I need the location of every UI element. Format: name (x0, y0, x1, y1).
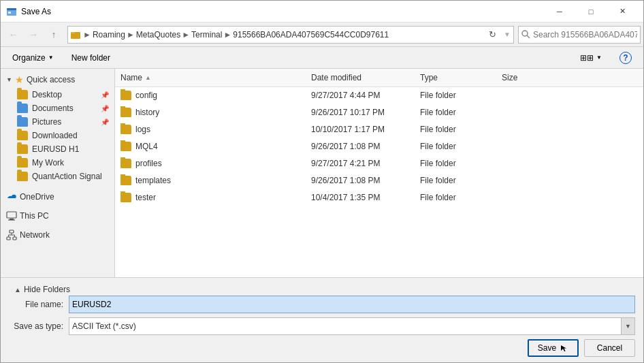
filetype-dropdown-arrow[interactable]: ▼ (621, 318, 634, 334)
file-row-templates[interactable]: templates 9/26/2017 1:08 PM File folder (115, 172, 643, 189)
file-row-profiles[interactable]: profiles 9/27/2017 4:21 PM File folder (115, 155, 643, 172)
eurusd-folder-icon (17, 144, 28, 154)
sidebar-network-item[interactable]: Network (1, 227, 114, 243)
toolbar: Organize ▼ New folder ⊞⊞ ▼ ? (1, 47, 643, 69)
filename-input-container[interactable] (69, 296, 635, 313)
sidebar: ▼ ★ Quick access Desktop 📌 Documents 📌 (1, 69, 115, 277)
filetype-row: Save as type: ASCII Text (*.csv) ▼ (9, 317, 635, 335)
maximize-button[interactable]: □ (575, 1, 607, 22)
back-button[interactable]: ← (3, 25, 22, 44)
help-button[interactable]: ? (613, 49, 638, 67)
profiles-folder-icon (120, 159, 131, 168)
bottom-section: ▲ Hide Folders File name: Save as type: … (1, 277, 643, 362)
save-as-dialog: Save As ─ □ ✕ ← → ↑ ► Roaming ► MetaQuot… (0, 0, 644, 363)
mywork-folder-icon (17, 158, 28, 168)
hide-folders-row[interactable]: ▲ Hide Folders (9, 283, 635, 296)
refresh-button[interactable]: ↻ (485, 27, 500, 42)
file-row-logs[interactable]: logs 10/10/2017 1:17 PM File folder (115, 121, 643, 138)
sort-arrow-icon: ▲ (145, 74, 151, 81)
pin-icon-documents: 📌 (101, 105, 109, 112)
organize-button[interactable]: Organize ▼ (6, 50, 60, 65)
close-button[interactable]: ✕ (607, 1, 638, 22)
filetype-select-container[interactable]: ASCII Text (*.csv) ▼ (69, 317, 635, 335)
search-box[interactable] (518, 26, 641, 44)
logs-folder-icon (120, 125, 131, 134)
filename-input[interactable] (72, 300, 632, 309)
title-bar: Save As ─ □ ✕ (1, 1, 643, 22)
svg-line-6 (527, 35, 530, 38)
hide-folders-label: Hide Folders (24, 285, 70, 294)
sidebar-item-eurusd-h1[interactable]: EURUSD H1 (1, 142, 114, 156)
up-button[interactable]: ↑ (44, 25, 63, 44)
svg-rect-1 (7, 8, 16, 10)
svg-rect-7 (7, 212, 16, 218)
desktop-folder-icon (17, 90, 28, 99)
sidebar-onedrive-item[interactable]: OneDrive (1, 189, 114, 205)
sidebar-item-documents[interactable]: Documents 📌 (1, 101, 114, 115)
col-header-type[interactable]: Type (415, 72, 496, 84)
file-row-history[interactable]: history 9/26/2017 10:17 PM File folder (115, 104, 643, 121)
dropdown-arrow-address: ▼ (504, 31, 511, 38)
quick-access-label: Quick access (27, 75, 75, 84)
svg-rect-11 (7, 237, 10, 240)
view-button[interactable]: ⊞⊞ ▼ (574, 50, 608, 65)
col-header-name[interactable]: Name ▲ (115, 72, 306, 84)
sidebar-item-desktop[interactable]: Desktop 📌 (1, 88, 114, 101)
cancel-button[interactable]: Cancel (584, 339, 635, 357)
sidebar-item-my-work[interactable]: My Work (1, 156, 114, 170)
col-header-size[interactable]: Size (496, 72, 564, 84)
search-input[interactable] (533, 30, 637, 40)
pin-icon-desktop: 📌 (101, 91, 109, 99)
sidebar-item-pictures[interactable]: Pictures 📌 (1, 115, 114, 129)
network-icon (6, 230, 17, 240)
search-icon (521, 30, 530, 39)
downloaded-icon (17, 131, 28, 140)
svg-rect-10 (10, 230, 14, 233)
documents-icon (17, 104, 28, 113)
save-cursor-icon (559, 343, 568, 353)
window-icon (6, 6, 17, 17)
sidebar-item-quantaction-signal[interactable]: QuantAction Signal (1, 170, 114, 183)
filename-label: File name: (9, 300, 63, 309)
window-title: Save As (21, 7, 544, 16)
window-controls: ─ □ ✕ (544, 1, 638, 22)
svg-rect-4 (71, 32, 75, 33)
sidebar-quick-access-header[interactable]: ▼ ★ Quick access (1, 72, 114, 88)
history-folder-icon (120, 108, 131, 117)
filetype-label: Save as type: (9, 321, 63, 331)
quantaction-folder-icon (17, 172, 28, 181)
organize-chevron: ▼ (48, 54, 54, 61)
svg-point-5 (522, 31, 528, 36)
file-list-header: Name ▲ Date modified Type Size (115, 69, 643, 87)
svg-rect-12 (13, 237, 16, 240)
templates-folder-icon (120, 176, 131, 185)
main-content: ▼ ★ Quick access Desktop 📌 Documents 📌 (1, 69, 643, 277)
thispc-icon (6, 210, 17, 221)
tester-folder-icon (120, 193, 131, 202)
file-row-config[interactable]: config 9/27/2017 4:44 PM File folder (115, 87, 643, 104)
quick-access-star-icon: ★ (15, 74, 24, 85)
filename-row: File name: (9, 296, 635, 313)
save-button[interactable]: Save (528, 339, 579, 357)
onedrive-icon (6, 191, 17, 202)
forward-button[interactable]: → (24, 25, 43, 44)
filetype-value: ASCII Text (*.csv) (72, 321, 621, 331)
config-folder-icon (120, 91, 131, 100)
action-row: Save Cancel (9, 339, 635, 357)
minimize-button[interactable]: ─ (544, 1, 575, 22)
view-chevron: ▼ (596, 54, 602, 61)
new-folder-button[interactable]: New folder (65, 50, 116, 65)
sidebar-item-downloaded[interactable]: Downloaded (1, 129, 114, 142)
hide-folders-arrow: ▲ (14, 286, 21, 294)
mql4-folder-icon (120, 142, 131, 151)
col-header-date[interactable]: Date modified (306, 72, 415, 84)
svg-rect-2 (8, 12, 11, 14)
file-row-mql4[interactable]: MQL4 9/26/2017 1:08 PM File folder (115, 138, 643, 155)
file-row-tester[interactable]: tester 10/4/2017 1:35 PM File folder (115, 189, 643, 206)
breadcrumb: ► Roaming ► MetaQuotes ► Terminal ► 9155… (83, 30, 482, 40)
quick-access-chevron: ▼ (6, 76, 12, 83)
pictures-icon (17, 117, 28, 127)
sidebar-thispc-item[interactable]: This PC (1, 208, 114, 224)
address-bar[interactable]: ► Roaming ► MetaQuotes ► Terminal ► 9155… (67, 26, 514, 44)
navigation-bar: ← → ↑ ► Roaming ► MetaQuotes ► Terminal … (1, 22, 643, 47)
